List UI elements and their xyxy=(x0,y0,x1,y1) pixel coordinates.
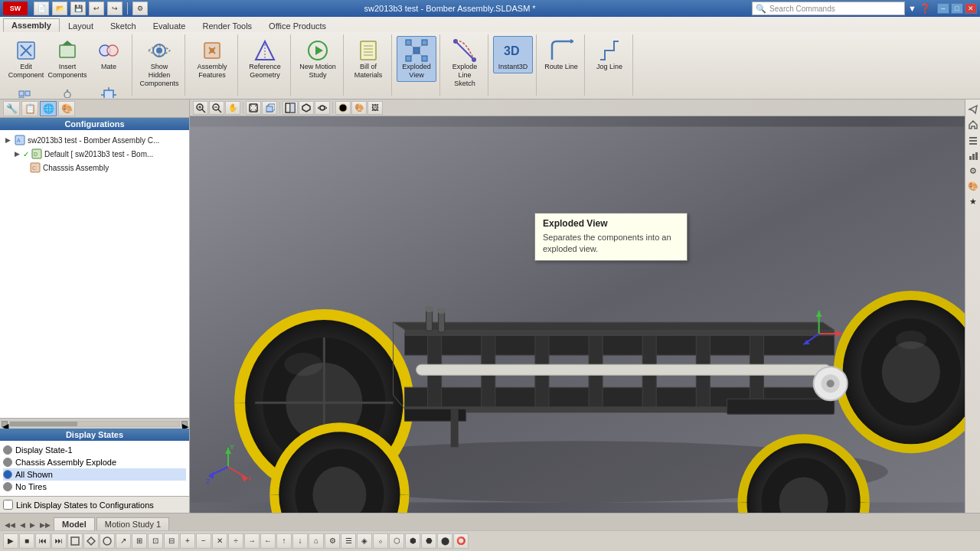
redo-btn[interactable]: ↪ xyxy=(107,2,122,15)
save-btn[interactable]: 💾 xyxy=(70,2,86,15)
mt-btn-20[interactable]: ⬦ xyxy=(373,533,388,549)
mt-btn-24[interactable]: ⬤ xyxy=(437,533,452,549)
tree-expand-default[interactable]: ▶ xyxy=(12,149,21,158)
ds-item-no-tires[interactable]: No Tires xyxy=(3,481,186,493)
mt-btn-10[interactable]: ✕ xyxy=(212,533,227,549)
tab-prev-btn[interactable]: ◀◀ xyxy=(3,520,17,530)
scroll-thumb[interactable] xyxy=(10,422,77,426)
mt-btn-19[interactable]: ◈ xyxy=(357,533,372,549)
scroll-left-btn[interactable]: ◀ xyxy=(2,421,8,427)
scroll-right-btn[interactable]: ▶ xyxy=(181,421,188,427)
mt-btn-13[interactable]: ← xyxy=(260,533,276,549)
options-btn[interactable]: ⚙ xyxy=(132,2,148,15)
tree-expand-root[interactable]: ▶ xyxy=(3,135,12,145)
rp-star-btn[interactable]: ★ xyxy=(966,194,980,208)
horizontal-scrollbar[interactable]: ◀ ▶ xyxy=(0,418,189,429)
show-hidden-components-btn[interactable]: Show Hidden Components xyxy=(137,36,181,90)
new-btn[interactable]: 📄 xyxy=(34,2,49,15)
view-cube-btn[interactable] xyxy=(262,101,277,115)
tab-next-last-btn[interactable]: ▶▶ xyxy=(38,520,52,530)
linear-component-btn[interactable]: Linear Compon... xyxy=(6,83,46,98)
view-orient-btn[interactable] xyxy=(246,101,261,115)
jog-line-btn[interactable]: Jog Line xyxy=(590,36,629,73)
mt-btn-3[interactable] xyxy=(100,533,115,549)
scroll-track[interactable] xyxy=(9,421,180,427)
mt-btn-15[interactable]: ↓ xyxy=(292,533,308,549)
mt-btn-12[interactable]: → xyxy=(244,533,260,549)
mt-btn-18[interactable]: ☰ xyxy=(341,533,356,549)
mt-btn-16[interactable]: ⌂ xyxy=(309,533,324,549)
tree-item-default[interactable]: ▶ ✓ D Default [ sw2013b3 test - Bom... xyxy=(3,147,186,161)
mt-btn-4[interactable]: ↗ xyxy=(116,533,131,549)
lp-tab-features[interactable]: 🔧 xyxy=(3,101,20,116)
tab-office-products[interactable]: Office Products xyxy=(260,19,335,32)
mt-btn-6[interactable]: ⊡ xyxy=(148,533,163,549)
rewind-btn[interactable]: ⏮ xyxy=(35,533,51,549)
lp-tab-property[interactable]: 📋 xyxy=(21,101,38,116)
edit-component-btn[interactable]: Edit Component xyxy=(6,36,46,82)
render-tools-btn[interactable] xyxy=(335,101,351,115)
explode-line-sketch-btn[interactable]: Explode Line Sketch xyxy=(445,36,485,90)
tree-item-chassis[interactable]: C Chasssis Assembly xyxy=(3,161,186,174)
rp-palette-btn[interactable]: 🎨 xyxy=(966,179,980,193)
mt-btn-22[interactable]: ⬢ xyxy=(405,533,420,549)
ds-item-all-shown[interactable]: All Shown xyxy=(3,468,186,481)
mt-btn-25[interactable]: ⭕ xyxy=(453,533,469,549)
mt-btn-21[interactable]: ⬡ xyxy=(389,533,404,549)
smart-fasteners-btn[interactable]: Smart Fasteners xyxy=(47,83,87,98)
open-btn[interactable]: 📂 xyxy=(52,2,67,15)
mt-btn-5[interactable]: ⊞ xyxy=(132,533,147,549)
search-box[interactable]: 🔍 Search Commands xyxy=(752,2,905,15)
reference-geometry-btn[interactable]: Reference Geometry xyxy=(243,36,287,82)
mate-btn[interactable]: Mate xyxy=(89,36,129,73)
appearance-btn[interactable]: 🎨 xyxy=(351,101,367,115)
mt-btn-17[interactable]: ⚙ xyxy=(325,533,340,549)
tab-evaluate[interactable]: Evaluate xyxy=(145,19,194,32)
assembly-features-btn[interactable]: Assembly Features xyxy=(190,36,234,82)
move-component-btn[interactable]: Move Component xyxy=(89,83,129,98)
stop-btn[interactable]: ■ xyxy=(19,533,34,549)
display-style-btn[interactable] xyxy=(299,101,314,115)
tree-expand-chassis[interactable] xyxy=(21,163,28,172)
route-line-btn[interactable]: Route Line xyxy=(541,36,581,73)
mt-btn-8[interactable]: + xyxy=(180,533,195,549)
tab-layout[interactable]: Layout xyxy=(60,19,102,32)
help-dropdown-btn[interactable]: ▼ xyxy=(908,4,916,13)
rp-chart-btn[interactable] xyxy=(966,148,980,162)
rp-zoom-btn[interactable] xyxy=(966,103,980,116)
mt-btn-11[interactable]: ÷ xyxy=(228,533,243,549)
lp-tab-config[interactable]: 🌐 xyxy=(40,101,57,116)
3d-model-viewport[interactable] xyxy=(190,116,965,513)
tab-assembly[interactable]: Assembly xyxy=(3,18,60,32)
rp-gear-btn[interactable]: ⚙ xyxy=(966,164,980,178)
viewport[interactable]: ✋ 🎨 🖼 xyxy=(190,99,965,513)
forward-btn[interactable]: ⏭ xyxy=(51,533,67,549)
lp-tab-appearance[interactable]: 🎨 xyxy=(58,101,75,116)
pan-btn[interactable]: ✋ xyxy=(225,101,240,115)
tab-model[interactable]: Model xyxy=(54,517,95,530)
ds-item-chassis-explode[interactable]: Chassis Assembly Explode xyxy=(3,456,186,468)
zoom-out-btn[interactable] xyxy=(209,101,224,115)
rp-home-btn[interactable] xyxy=(966,118,980,132)
hide-show-btn[interactable] xyxy=(315,101,330,115)
mt-btn-9[interactable]: − xyxy=(196,533,211,549)
tab-render-tools[interactable]: Render Tools xyxy=(194,19,260,32)
ds-item-display-state-1[interactable]: Display State-1 xyxy=(3,444,186,456)
undo-btn[interactable]: ↩ xyxy=(89,2,104,15)
tab-sketch[interactable]: Sketch xyxy=(102,19,145,32)
mt-btn-2[interactable] xyxy=(83,533,99,549)
link-checkbox[interactable] xyxy=(3,500,13,510)
zoom-to-fit-btn[interactable] xyxy=(193,101,208,115)
config-tree[interactable]: ▶ A sw2013b3 test - Bomber Assembly C...… xyxy=(0,130,189,418)
tab-motion-study-1[interactable]: Motion Study 1 xyxy=(96,517,169,530)
mt-btn-1[interactable] xyxy=(67,533,83,549)
new-motion-study-btn[interactable]: New Motion Study xyxy=(296,36,340,82)
close-btn[interactable]: ✕ xyxy=(965,3,977,14)
help-btn[interactable]: ❓ xyxy=(920,3,931,14)
exploded-view-btn[interactable]: Exploded View xyxy=(397,36,436,82)
scene-btn[interactable]: 🖼 xyxy=(368,101,383,115)
mt-btn-7[interactable]: ⊟ xyxy=(164,533,179,549)
bill-of-materials-btn[interactable]: Bill of Materials xyxy=(348,36,388,82)
rp-layers-btn[interactable] xyxy=(966,133,980,147)
insert-components-btn[interactable]: Insert Components xyxy=(47,36,87,82)
